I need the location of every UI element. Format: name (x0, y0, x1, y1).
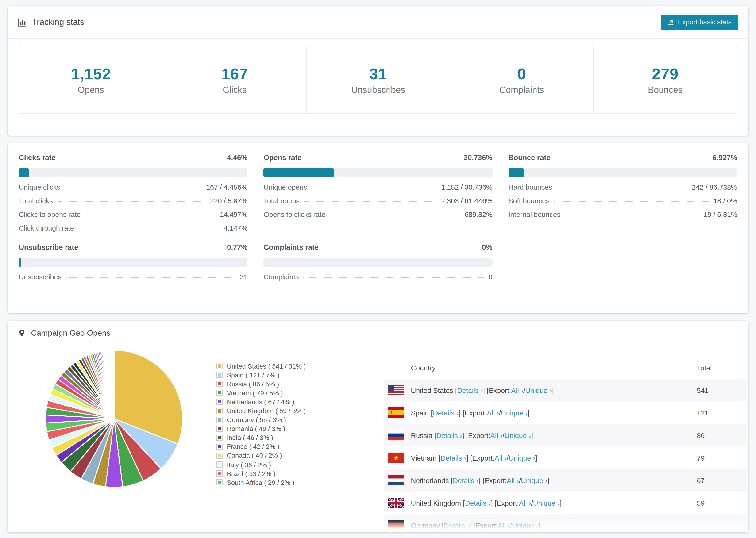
legend-swatch (216, 363, 223, 369)
rate-value: 6.927% (713, 153, 737, 162)
legend-swatch-color (218, 373, 221, 377)
rate-rows: Unsubscribes31 (19, 273, 248, 286)
country-column-header: Country (411, 364, 436, 372)
export-all-link[interactable]: All › (519, 499, 531, 507)
export-all-link[interactable]: All › (507, 476, 519, 484)
export-all-link[interactable]: All › (487, 409, 499, 417)
rates-grid: Clicks rate4.46%Unique clicks167 / 4.456… (8, 143, 748, 286)
country-name: United Kingdom (411, 499, 461, 507)
dotted-leader (304, 201, 436, 202)
details-link[interactable]: Details › (436, 431, 462, 439)
country-total: 67 (697, 476, 746, 484)
geo-pie-chart (45, 350, 183, 488)
legend-swatch (216, 435, 223, 441)
details-link[interactable]: Details › (457, 386, 483, 394)
legend-label: India ( 46 / 3% ) (227, 434, 273, 442)
rate-block-header: Opens rate30.736% (264, 153, 493, 162)
legend-item: India ( 46 / 3% ) (216, 433, 306, 442)
pie-chart-svg (45, 350, 183, 488)
rate-row: Unique clicks167 / 4.456% (19, 183, 248, 197)
rate-progress-bar (19, 168, 248, 178)
export-unique-link[interactable]: Unique › (509, 454, 535, 462)
rate-rows: Hard bounces242 / 86.738%Soft bounces18 … (508, 183, 737, 224)
rate-row: Total clicks220 / 5.87% (19, 197, 248, 210)
summary-stat-cell: 31Unsubscribes (306, 47, 450, 113)
export-all-link[interactable]: All › (495, 454, 507, 462)
export-basic-stats-button[interactable]: Export basic stats (661, 14, 738, 30)
details-link[interactable]: Details › (444, 521, 469, 529)
rate-row-label: Click through rate (19, 224, 74, 232)
rate-row-value: 1,152 / 30.736% (441, 183, 493, 191)
legend-item: Brazil ( 33 / 2% ) (216, 469, 306, 478)
geo-table-row: Spain [Details ›] [Export: All › / Uniqu… (384, 402, 746, 424)
country-total: 79 (697, 454, 746, 462)
legend-swatch (216, 399, 223, 405)
legend-label: Canada ( 40 / 2% ) (227, 452, 282, 459)
legend-swatch-color (218, 418, 221, 421)
export-unique-link[interactable]: Unique › (512, 521, 538, 529)
export-unique-link[interactable]: Unique › (533, 499, 560, 507)
summary-stat-cell: 167Clicks (163, 47, 306, 113)
rate-block: Unsubscribe rate0.77%Unsubscribes31 (19, 243, 248, 286)
geo-table-header-row: Country Total (384, 356, 746, 379)
export-unique-link[interactable]: Unique › (521, 476, 548, 484)
rate-row-label: Opens to clicks rate (264, 210, 325, 218)
export-unique-link[interactable]: Unique › (505, 431, 531, 439)
rate-block: Opens rate30.736%Unique opens1,152 / 30.… (264, 153, 493, 238)
export-unique-link[interactable]: Unique › (525, 386, 552, 394)
rate-row-value: 689.82% (465, 210, 492, 218)
legend-swatch (216, 470, 223, 476)
details-link[interactable]: Details › (433, 409, 459, 417)
rate-row: Opens to clicks rate689.82% (264, 210, 493, 224)
legend-item: Russia ( 86 / 5% ) (216, 379, 306, 388)
rate-title: Opens rate (264, 153, 302, 162)
summary-stat-value: 31 (369, 65, 387, 83)
legend-item: Netherlands ( 67 / 4% ) (216, 398, 306, 406)
dotted-leader (565, 215, 699, 215)
legend-swatch (216, 453, 223, 459)
country-total: 121 (697, 409, 746, 417)
rate-row: Complaints0 (264, 273, 493, 286)
campaign-geo-opens-card: Campaign Geo Opens United States ( 541 /… (8, 321, 748, 532)
rate-row: Soft bounces18 / 0% (508, 197, 737, 210)
rate-block-header: Complaints rate0% (264, 243, 493, 252)
details-link[interactable]: Details › (453, 476, 478, 484)
geo-table-row: Vietnam [Details ›] [Export: All › / Uni… (384, 447, 746, 469)
campaign-overview-page: Tracking stats Export basic stats 1,152O… (0, 0, 756, 538)
legend-swatch (216, 372, 223, 378)
rate-row-value: 4.147% (224, 224, 248, 232)
export-unique-link[interactable]: Unique › (501, 409, 527, 417)
details-link[interactable]: Details › (441, 454, 466, 462)
summary-stats-grid: 1,152Opens167Clicks31Unsubscribes0Compla… (19, 47, 737, 114)
rate-row: Hard bounces242 / 86.738% (508, 183, 737, 197)
legend-swatch-color (218, 364, 221, 368)
legend-swatch-color (218, 436, 221, 439)
dotted-leader (66, 278, 235, 278)
country-name: United States (411, 386, 453, 394)
details-link[interactable]: Details › (465, 499, 491, 507)
summary-stat-value: 167 (221, 65, 248, 83)
export-all-link[interactable]: All › (511, 386, 523, 394)
rate-row-label: Complaints (264, 273, 299, 281)
rate-row-label: Internal bounces (508, 210, 561, 218)
rate-block: Clicks rate4.46%Unique clicks167 / 4.456… (19, 153, 248, 238)
legend-swatch-color (218, 481, 221, 484)
legend-swatch-color (218, 463, 221, 466)
country-name: Spain (411, 409, 429, 417)
pie-legend: United States ( 541 / 31% )Spain ( 121 /… (216, 361, 306, 487)
export-icon (667, 19, 674, 26)
export-all-link[interactable]: All › (490, 431, 503, 439)
legend-swatch (216, 426, 223, 432)
dotted-leader (79, 229, 219, 229)
dotted-leader (554, 201, 709, 202)
legend-item: United States ( 541 / 31% ) (216, 361, 306, 370)
legend-item: Italy ( 36 / 2% ) (216, 460, 306, 469)
export-all-link[interactable]: All › (498, 521, 510, 529)
rate-row-label: Unique clicks (19, 183, 60, 191)
legend-label: United Kingdom ( 59 / 3% ) (227, 407, 306, 414)
legend-label: Netherlands ( 67 / 4% ) (227, 398, 295, 405)
legend-swatch-color (218, 409, 221, 412)
rate-row-label: Hard bounces (508, 183, 552, 191)
rate-row-label: Soft bounces (508, 197, 549, 205)
rate-block: Complaints rate0%Complaints0 (264, 243, 493, 286)
